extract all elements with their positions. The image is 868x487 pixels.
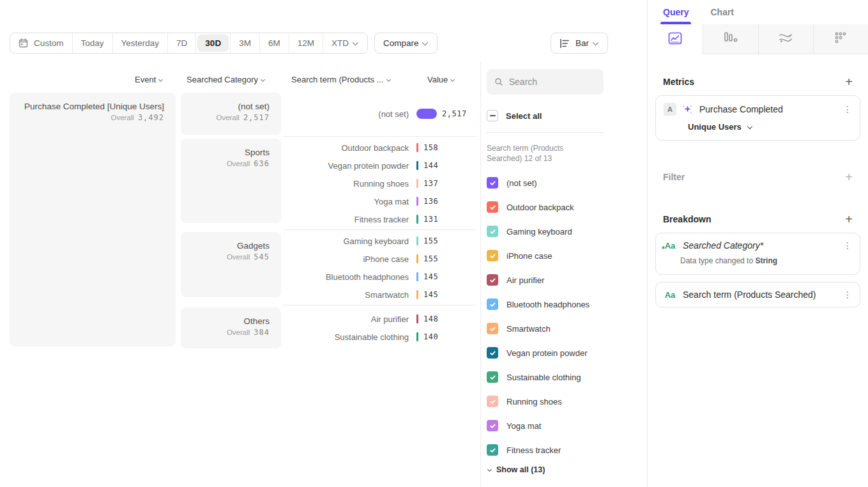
table-row[interactable]: (not set)2,517 bbox=[286, 105, 476, 123]
legend-item[interactable]: Vegan protein powder bbox=[487, 341, 604, 365]
legend-checkbox[interactable] bbox=[487, 347, 498, 359]
tab-chart[interactable]: Chart bbox=[710, 0, 734, 24]
legend-checkbox[interactable] bbox=[487, 420, 498, 431]
table-row[interactable]: iPhone case155 bbox=[286, 250, 476, 268]
value-label: 140 bbox=[423, 332, 438, 341]
search-box[interactable] bbox=[487, 69, 604, 95]
value-label: 131 bbox=[423, 215, 438, 224]
breakdown-card[interactable]: Aa*Searched Category*⋮Data type changed … bbox=[655, 233, 860, 275]
report-tab-flows[interactable] bbox=[758, 24, 813, 54]
metric-menu-button[interactable]: ⋮ bbox=[843, 105, 852, 114]
legend-item[interactable]: Fitness tracker bbox=[487, 438, 604, 462]
table-row[interactable]: Outdoor backpack158 bbox=[286, 139, 476, 157]
table-row[interactable]: Gaming keyboard155 bbox=[286, 232, 476, 250]
legend-checkbox[interactable] bbox=[487, 298, 498, 310]
date-range-xtd[interactable]: XTD bbox=[323, 33, 367, 53]
table-row[interactable]: Vegan protein powder144 bbox=[286, 157, 476, 174]
column-header-value[interactable]: Value bbox=[427, 75, 455, 84]
event-cell[interactable]: Purchase Completed [Unique Users] Overal… bbox=[10, 93, 176, 346]
legend-checkbox[interactable] bbox=[487, 396, 498, 407]
table-row[interactable]: Air purifier148 bbox=[286, 310, 476, 328]
legend-checkbox[interactable] bbox=[487, 444, 498, 456]
value-label: 136 bbox=[423, 197, 438, 206]
legend-item[interactable]: Gaming keyboard bbox=[487, 219, 604, 244]
column-header-label: Value bbox=[427, 75, 448, 84]
date-range-3m[interactable]: 3M bbox=[230, 33, 260, 53]
legend-checkbox[interactable] bbox=[487, 226, 498, 237]
legend-checkbox[interactable] bbox=[487, 371, 498, 383]
legend-checkbox[interactable] bbox=[487, 201, 498, 213]
metric-card[interactable]: A Purchase Completed ⋮ Unique Users bbox=[655, 95, 860, 141]
chevron-down-icon bbox=[261, 77, 265, 82]
term-label: Vegan protein powder bbox=[286, 161, 409, 171]
report-tab-retention[interactable] bbox=[813, 24, 868, 54]
show-all-link[interactable]: Show all (13) bbox=[487, 465, 604, 474]
table-row[interactable]: Yoga mat136 bbox=[286, 192, 476, 210]
date-range-7d[interactable]: 7D bbox=[168, 33, 196, 53]
table-row[interactable]: Smartwatch145 bbox=[286, 286, 476, 304]
date-range-custom[interactable]: Custom bbox=[10, 33, 73, 53]
date-range-label: XTD bbox=[331, 38, 349, 48]
legend-item[interactable]: Air purifier bbox=[487, 268, 604, 292]
legend-item[interactable]: Smartwatch bbox=[487, 316, 604, 341]
category-cell[interactable]: SportsOverall636 bbox=[181, 139, 281, 223]
value-bar bbox=[416, 179, 418, 188]
compare-button[interactable]: Compare bbox=[374, 33, 438, 54]
column-header-searched-category[interactable]: Searched Category bbox=[187, 75, 266, 84]
legend-item[interactable]: iPhone case bbox=[487, 244, 604, 268]
breakdown-heading: Breakdown bbox=[663, 214, 711, 224]
date-range-30d[interactable]: 30D bbox=[197, 35, 229, 52]
query-panel: QueryChart Metrics + A Purchase Complete… bbox=[647, 0, 868, 487]
search-input[interactable] bbox=[509, 77, 596, 87]
legend-item[interactable]: Running shoes bbox=[487, 389, 604, 414]
legend-item[interactable]: Outdoor backpack bbox=[487, 195, 604, 219]
table-row[interactable]: Running shoes137 bbox=[286, 174, 476, 192]
term-rows: Air purifier148Sustainable clothing140 bbox=[286, 307, 476, 348]
category-cell[interactable]: (not set)Overall2,517 bbox=[181, 93, 281, 135]
value-label: 2,517 bbox=[442, 109, 467, 118]
tab-query[interactable]: Query bbox=[663, 0, 689, 24]
chevron-down-icon bbox=[487, 467, 492, 472]
legend-item[interactable]: Sustainable clothing bbox=[487, 365, 604, 389]
report-tab-insights[interactable] bbox=[648, 24, 703, 54]
legend-item[interactable]: Yoga mat bbox=[487, 414, 604, 438]
legend-item[interactable]: Bluetooth headphones bbox=[487, 292, 604, 316]
date-range-yesterday[interactable]: Yesterday bbox=[113, 33, 169, 53]
column-header-search-term-products[interactable]: Search term (Products ... bbox=[291, 75, 392, 84]
legend-checkbox[interactable] bbox=[487, 177, 498, 189]
category-cell[interactable]: GadgetsOverall545 bbox=[181, 232, 281, 297]
legend-checkbox[interactable] bbox=[487, 250, 498, 261]
add-breakdown-button[interactable]: + bbox=[845, 213, 853, 226]
value-label: 145 bbox=[423, 272, 438, 281]
filter-heading: Filter bbox=[663, 172, 685, 182]
column-header-label: Searched Category bbox=[187, 75, 258, 84]
chart-type-button[interactable]: Bar bbox=[551, 33, 608, 54]
date-range-12m[interactable]: 12M bbox=[289, 33, 323, 53]
table-row[interactable]: Bluetooth headphones145 bbox=[286, 268, 476, 286]
add-metric-button[interactable]: + bbox=[845, 75, 853, 88]
show-all-label: Show all (13) bbox=[496, 465, 545, 474]
breakdown-card[interactable]: AaSearch term (Products Searched)⋮ bbox=[655, 282, 860, 307]
breakdown-menu-button[interactable]: ⋮ bbox=[843, 290, 852, 299]
select-all-row[interactable]: Select all bbox=[487, 110, 604, 121]
term-rows: Outdoor backpack158Vegan protein powder1… bbox=[286, 139, 476, 228]
date-range-today[interactable]: Today bbox=[73, 33, 113, 53]
date-range-6m[interactable]: 6M bbox=[260, 33, 289, 53]
table-row[interactable]: Fitness tracker131 bbox=[286, 210, 476, 228]
legend-item-label: Vegan protein powder bbox=[506, 348, 587, 358]
category-overall: Overall2,517 bbox=[188, 113, 270, 122]
measure-dropdown[interactable]: Unique Users bbox=[688, 122, 852, 132]
select-all-checkbox[interactable] bbox=[487, 110, 498, 121]
string-property-icon: Aa bbox=[664, 290, 676, 300]
term-label: Bluetooth headphones bbox=[286, 272, 409, 282]
category-cell[interactable]: OthersOverall384 bbox=[181, 307, 281, 348]
funnels-icon bbox=[723, 31, 738, 47]
legend-item[interactable]: (not set) bbox=[487, 171, 604, 195]
table-row[interactable]: Sustainable clothing140 bbox=[286, 328, 476, 346]
breakdown-menu-button[interactable]: ⋮ bbox=[843, 241, 852, 250]
column-header-event[interactable]: Event bbox=[135, 75, 164, 84]
legend-checkbox[interactable] bbox=[487, 274, 498, 286]
add-filter-button[interactable]: + bbox=[845, 171, 853, 183]
report-tab-funnels[interactable] bbox=[703, 24, 758, 54]
legend-checkbox[interactable] bbox=[487, 323, 498, 334]
